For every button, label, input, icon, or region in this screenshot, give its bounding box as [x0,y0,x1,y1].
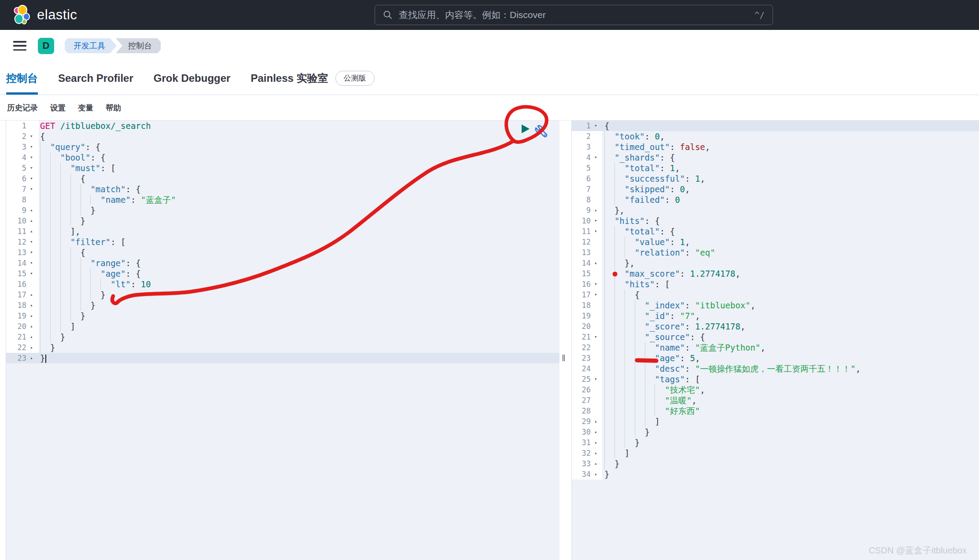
fold-toggle-icon[interactable]: ▴ [593,437,602,448]
fold-toggle-icon[interactable]: ▴ [28,342,39,353]
request-code-line[interactable]: 12▾"filter": [ [6,237,559,247]
request-code-line[interactable]: 19▴} [6,311,559,321]
request-code-line[interactable]: 2▾{ [6,131,559,142]
fold-toggle-icon[interactable]: ▴ [28,311,39,321]
tab-grok-debugger[interactable]: Grok Debugger [154,62,231,95]
response-code-line[interactable]: 4▾"_shards": { [572,152,979,163]
fold-toggle-icon[interactable]: ▾ [28,163,39,173]
fold-toggle-icon[interactable]: ▴ [593,469,602,479]
request-code-line[interactable]: 17▴} [6,289,559,300]
fold-toggle-icon[interactable]: ▴ [593,416,602,427]
fold-toggle-icon[interactable]: ▾ [28,247,39,258]
tab-search-profiler[interactable]: Search Profiler [58,62,133,95]
request-code-line[interactable]: 20▴] [6,321,559,332]
fold-toggle-icon[interactable]: ▴ [28,226,39,237]
fold-toggle-icon[interactable]: ▾ [28,152,39,163]
response-code-line[interactable]: 23"age": 5, [572,353,979,363]
response-code-line[interactable]: 16▾"hits": [ [572,279,979,289]
menu-icon[interactable] [13,41,26,51]
fold-toggle-icon[interactable]: ▾ [28,268,39,279]
request-code-line[interactable]: 16"lt": 10 [6,279,559,289]
help-button[interactable]: 帮助 [106,102,121,113]
request-code-line[interactable]: 13▾{ [6,247,559,258]
response-code-line[interactable]: 20"_score": 1.2774178, [572,321,979,332]
response-code-line[interactable]: 26"技术宅", [572,384,979,395]
request-code-line[interactable]: 21▴} [6,332,559,342]
response-code-line[interactable]: 15"max_score": 1.2774178, [572,268,979,279]
response-code-line[interactable]: 22"name": "蓝盒子Python", [572,342,979,353]
fold-toggle-icon[interactable]: ▾ [593,279,602,289]
fold-toggle-icon[interactable]: ▴ [593,427,602,437]
fold-toggle-icon[interactable]: ▾ [28,131,39,142]
fold-toggle-icon[interactable]: ▾ [593,289,602,300]
response-viewer[interactable]: 1▾{2"took": 0,3"timed_out": false,4▾"_sh… [571,121,979,560]
deployment-badge[interactable]: D [38,38,54,54]
fold-toggle-icon[interactable]: ▴ [28,332,39,342]
response-code-line[interactable]: 32▴] [572,448,979,458]
response-code-line[interactable]: 17▾{ [572,289,979,300]
response-code-line[interactable]: 21▾"_source": { [572,332,979,342]
wrench-icon[interactable] [534,124,548,139]
response-code-line[interactable]: 25▾"tags": [ [572,374,979,384]
request-code-line[interactable]: 18▴} [6,300,559,311]
fold-toggle-icon[interactable]: ▴ [28,300,39,311]
fold-toggle-icon[interactable]: ▾ [593,152,602,163]
request-code-line[interactable]: 5▾"must": [ [6,163,559,173]
response-code-line[interactable]: 9▴}, [572,205,979,216]
fold-toggle-icon[interactable]: ▾ [28,142,39,152]
fold-toggle-icon[interactable]: ▴ [28,205,39,216]
response-code-line[interactable]: 28"好东西" [572,406,979,416]
response-code-line[interactable]: 31▴} [572,437,979,448]
variables-button[interactable]: 变量 [78,102,93,113]
request-code-line[interactable]: 3▾"query": { [6,142,559,152]
fold-toggle-icon[interactable]: ▾ [593,216,602,226]
request-code-line[interactable]: 22▴} [6,342,559,353]
elastic-brand[interactable]: elastic [11,5,77,25]
request-code-line[interactable]: 8"name": "蓝盒子" [6,194,559,205]
response-code-line[interactable]: 10▾"hits": { [572,216,979,226]
fold-toggle-icon[interactable]: ▴ [593,205,602,216]
send-request-button[interactable] [521,124,530,134]
response-code-line[interactable]: 5"total": 1, [572,163,979,173]
request-code-line[interactable]: 14▾"range": { [6,258,559,268]
response-code-line[interactable]: 29▴] [572,416,979,427]
tab-console[interactable]: 控制台 [6,62,38,95]
fold-toggle-icon[interactable]: ▾ [28,237,39,247]
global-search-input[interactable]: 查找应用、内容等。例如：Discover ^/ [375,5,773,25]
response-code-line[interactable]: 27"温暖", [572,395,979,406]
response-code-line[interactable]: 14▴}, [572,258,979,268]
request-code-line[interactable]: 10▴} [6,216,559,226]
response-code-line[interactable]: 18"_index": "itbluebox", [572,300,979,311]
response-code-line[interactable]: 34▴} [572,469,979,479]
response-code-line[interactable]: 30▴} [572,427,979,437]
response-code-line[interactable]: 8"failed": 0 [572,194,979,205]
fold-toggle-icon[interactable]: ▴ [28,289,39,300]
response-code-line[interactable]: 11▾"total": { [572,226,979,237]
tab-painless-lab[interactable]: Painless 实验室 [250,62,328,95]
response-code-line[interactable]: 3"timed_out": false, [572,142,979,152]
fold-toggle-icon[interactable]: ▴ [593,458,602,469]
response-code-line[interactable]: 6"successful": 1, [572,173,979,184]
settings-button[interactable]: 设置 [50,102,66,113]
request-code-line[interactable]: 4▾"bool": { [6,152,559,163]
request-code-line[interactable]: 15▾"age": { [6,268,559,279]
request-editor[interactable]: 1GET /itbluebox/_search2▾{3▾"query": {4▾… [6,121,559,560]
response-code-line[interactable]: 19"_id": "7", [572,311,979,321]
fold-toggle-icon[interactable]: ▴ [593,258,602,268]
response-code-line[interactable]: 33▴} [572,458,979,469]
request-code-line[interactable]: 1GET /itbluebox/_search [6,121,559,131]
fold-toggle-icon[interactable]: ▴ [593,448,602,458]
fold-toggle-icon[interactable]: ▾ [593,226,602,237]
request-code-line[interactable]: 23▴} [6,353,559,363]
request-code-line[interactable]: 9▴} [6,205,559,216]
history-button[interactable]: 历史记录 [7,102,38,113]
response-code-line[interactable]: 2"took": 0, [572,131,979,142]
fold-toggle-icon[interactable]: ▾ [593,332,602,342]
breadcrumb-item-dev-tools[interactable]: 开发工具 [65,38,117,53]
response-code-line[interactable]: 7"skipped": 0, [572,184,979,194]
request-code-line[interactable]: 7▾"match": { [6,184,559,194]
panel-resize-handle[interactable]: ‖ [562,353,566,363]
fold-toggle-icon[interactable]: ▴ [28,321,39,332]
fold-toggle-icon[interactable]: ▾ [593,121,602,131]
fold-toggle-icon[interactable]: ▾ [593,374,602,384]
